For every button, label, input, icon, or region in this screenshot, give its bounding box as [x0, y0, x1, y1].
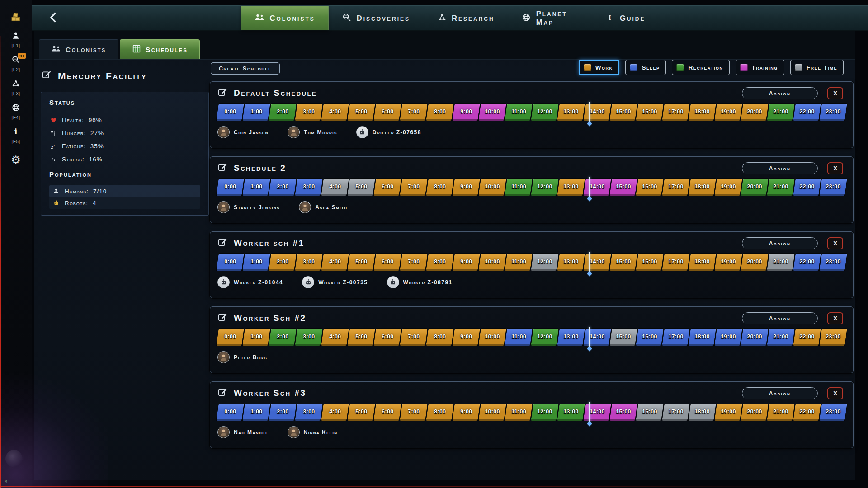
hour-block-14:00-sleep[interactable]: 14:00 — [583, 329, 611, 346]
hour-block-11:00-work[interactable]: 11:00 — [505, 404, 532, 421]
hour-block-19:00-sleep[interactable]: 19:00 — [714, 329, 742, 346]
hour-block-21:00-recreation[interactable]: 21:00 — [767, 104, 794, 121]
hour-block-16:00-work[interactable]: 16:00 — [636, 179, 663, 196]
hour-block-19:00-work[interactable]: 19:00 — [714, 254, 742, 271]
hour-block-20:00-work[interactable]: 20:00 — [741, 404, 768, 421]
hour-block-16:00-free[interactable]: 16:00 — [636, 404, 663, 421]
hour-block-6:00-work[interactable]: 6:00 — [373, 404, 401, 421]
edit-schedule-icon[interactable] — [217, 162, 228, 174]
hour-block-4:00-work[interactable]: 4:00 — [321, 104, 349, 121]
hour-block-16:00-work[interactable]: 16:00 — [636, 254, 663, 271]
hour-block-22:00-work[interactable]: 22:00 — [793, 329, 821, 346]
hour-block-7:00-work[interactable]: 7:00 — [400, 404, 427, 421]
tab-discoveries[interactable]: Discoveries — [329, 6, 424, 30]
legend-training[interactable]: Training — [736, 60, 784, 75]
member-human[interactable]: Ninna Klein — [288, 426, 338, 438]
hour-block-23:00-sleep[interactable]: 23:00 — [819, 404, 847, 421]
hour-block-11:00-sleep[interactable]: 11:00 — [505, 329, 532, 346]
member-human[interactable]: Chin Jansen — [217, 126, 269, 138]
hour-block-18:00-work[interactable]: 18:00 — [688, 179, 716, 196]
hour-block-10:00-work[interactable]: 10:00 — [478, 329, 506, 346]
delete-schedule-button[interactable]: X — [827, 312, 843, 324]
hour-block-11:00-recreation[interactable]: 11:00 — [505, 104, 532, 121]
hour-block-21:00-work[interactable]: 21:00 — [767, 404, 794, 421]
member-human[interactable]: Stanley Jenkins — [217, 201, 280, 213]
member-human[interactable]: Nao Mandel — [217, 426, 269, 438]
hour-block-21:00-sleep[interactable]: 21:00 — [767, 329, 794, 346]
hour-block-2:00-work[interactable]: 2:00 — [269, 254, 296, 271]
hour-block-15:00-work[interactable]: 15:00 — [609, 254, 637, 271]
edit-schedule-icon[interactable] — [217, 387, 228, 399]
hour-block-19:00-work[interactable]: 19:00 — [714, 104, 742, 121]
hour-block-10:00-training[interactable]: 10:00 — [478, 104, 506, 121]
delete-schedule-button[interactable]: X — [827, 87, 843, 99]
hour-block-20:00-work[interactable]: 20:00 — [741, 254, 768, 271]
hour-block-6:00-work[interactable]: 6:00 — [373, 179, 401, 196]
assign-button[interactable]: Assign — [742, 87, 818, 99]
hour-block-12:00-recreation[interactable]: 12:00 — [531, 104, 558, 121]
member-robot[interactable]: Worker Z-01044 — [217, 276, 283, 288]
rail-guide-button[interactable]: i [F5] — [11, 127, 20, 144]
hour-block-22:00-sleep[interactable]: 22:00 — [793, 254, 821, 271]
hour-block-1:00-sleep[interactable]: 1:00 — [242, 179, 270, 196]
edit-facility-name-icon[interactable] — [42, 70, 52, 82]
rail-settings-button[interactable]: ⚙ — [11, 155, 21, 165]
hour-block-10:00-work[interactable]: 10:00 — [478, 179, 506, 196]
hour-block-13:00-work[interactable]: 13:00 — [557, 104, 585, 121]
edit-schedule-icon[interactable] — [217, 87, 228, 99]
hour-block-9:00-work[interactable]: 9:00 — [452, 329, 480, 346]
hour-block-6:00-work[interactable]: 6:00 — [373, 104, 401, 121]
hour-block-17:00-work[interactable]: 17:00 — [662, 104, 689, 121]
hour-block-12:00-recreation[interactable]: 12:00 — [531, 404, 558, 421]
edit-schedule-icon[interactable] — [217, 237, 228, 249]
tab-guide[interactable]: i Guide — [593, 6, 659, 30]
hour-block-14:00-training[interactable]: 14:00 — [583, 404, 611, 421]
rail-discoveries-button[interactable]: 9+ [F2] — [11, 55, 20, 72]
hour-block-7:00-work[interactable]: 7:00 — [400, 104, 427, 121]
hour-block-1:00-sleep[interactable]: 1:00 — [242, 404, 270, 421]
hour-block-9:00-work[interactable]: 9:00 — [452, 254, 480, 271]
hour-block-12:00-recreation[interactable]: 12:00 — [531, 179, 558, 196]
assign-button[interactable]: Assign — [742, 237, 818, 249]
hour-block-17:00-free[interactable]: 17:00 — [662, 404, 689, 421]
hour-block-1:00-work[interactable]: 1:00 — [242, 329, 270, 346]
legend-sleep[interactable]: Sleep — [625, 60, 666, 75]
delete-schedule-button[interactable]: X — [827, 237, 843, 249]
hour-block-22:00-sleep[interactable]: 22:00 — [793, 104, 821, 121]
hour-block-7:00-work[interactable]: 7:00 — [400, 179, 427, 196]
hour-block-18:00-free[interactable]: 18:00 — [688, 404, 716, 421]
hour-block-18:00-work[interactable]: 18:00 — [688, 254, 716, 271]
hour-block-9:00-training[interactable]: 9:00 — [452, 104, 480, 121]
hour-block-23:00-sleep[interactable]: 23:00 — [819, 104, 847, 121]
hour-block-16:00-work[interactable]: 16:00 — [636, 104, 663, 121]
hour-block-15:00-free[interactable]: 15:00 — [609, 329, 637, 346]
hour-block-5:00-work[interactable]: 5:00 — [347, 329, 375, 346]
member-human[interactable]: Peter Borg — [217, 351, 268, 363]
delete-schedule-button[interactable]: X — [827, 162, 843, 174]
hour-block-12:00-free[interactable]: 12:00 — [531, 254, 558, 271]
hour-block-8:00-work[interactable]: 8:00 — [426, 404, 453, 421]
member-human[interactable]: Asha Smith — [299, 201, 347, 213]
hour-block-21:00-recreation[interactable]: 21:00 — [767, 179, 794, 196]
hour-block-3:00-sleep[interactable]: 3:00 — [295, 179, 322, 196]
legend-work[interactable]: Work — [579, 60, 620, 75]
hour-block-6:00-work[interactable]: 6:00 — [373, 254, 401, 271]
hour-block-14:00-training[interactable]: 14:00 — [583, 179, 611, 196]
hour-block-10:00-work[interactable]: 10:00 — [478, 254, 506, 271]
hour-block-11:00-work[interactable]: 11:00 — [505, 254, 532, 271]
hour-block-22:00-sleep[interactable]: 22:00 — [793, 179, 821, 196]
hour-block-14:00-work[interactable]: 14:00 — [583, 104, 611, 121]
hour-block-8:00-work[interactable]: 8:00 — [426, 104, 453, 121]
hour-block-6:00-work[interactable]: 6:00 — [373, 329, 401, 346]
hour-block-12:00-recreation[interactable]: 12:00 — [531, 329, 558, 346]
subtab-schedules[interactable]: Schedules — [120, 39, 200, 59]
rail-colonists-button[interactable]: [F1] — [11, 31, 20, 48]
subtab-colonists[interactable]: Colonists — [39, 39, 118, 59]
hour-block-0:00-sleep[interactable]: 0:00 — [216, 404, 244, 421]
hour-block-2:00-recreation[interactable]: 2:00 — [269, 104, 296, 121]
edit-schedule-icon[interactable] — [217, 312, 228, 324]
hour-block-20:00-work[interactable]: 20:00 — [741, 104, 768, 121]
tab-planet-map[interactable]: Planet Map — [508, 6, 593, 30]
hour-block-9:00-work[interactable]: 9:00 — [452, 179, 480, 196]
hour-block-13:00-recreation[interactable]: 13:00 — [557, 404, 585, 421]
